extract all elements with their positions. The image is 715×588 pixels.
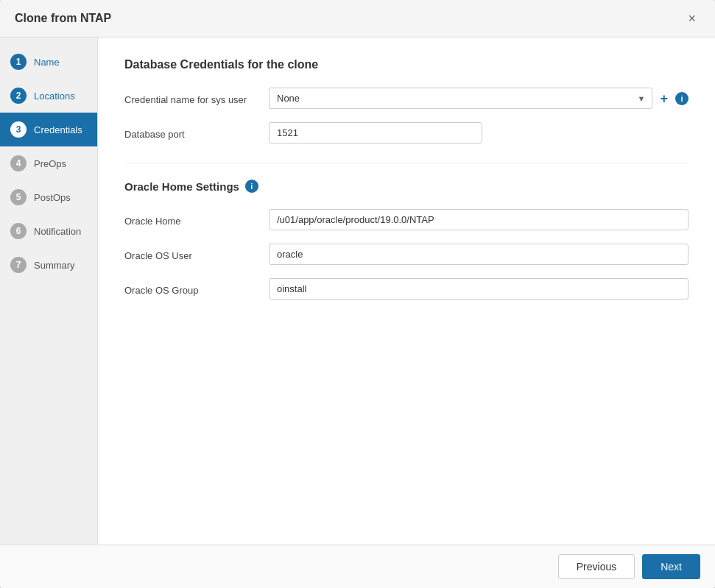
modal-body: 1 Name 2 Locations 3 Credentials 4 PreOp… <box>0 38 715 545</box>
step-badge-1: 1 <box>10 54 27 70</box>
next-button[interactable]: Next <box>642 554 700 579</box>
oracle-os-group-input[interactable] <box>269 278 688 300</box>
credential-name-control: None ▼ + i <box>269 88 688 109</box>
oracle-os-user-input[interactable] <box>269 244 688 265</box>
oracle-home-settings-header: Oracle Home Settings i <box>124 180 688 193</box>
sidebar-item-label-preops: PreOps <box>34 158 66 169</box>
sidebar-item-preops[interactable]: 4 PreOps <box>0 146 97 180</box>
credential-name-label: Credential name for sys user <box>124 88 257 107</box>
credential-name-select[interactable]: None <box>269 88 652 109</box>
step-badge-5: 5 <box>10 189 27 205</box>
sidebar-item-label-postops: PostOps <box>34 192 71 203</box>
step-badge-2: 2 <box>10 88 27 104</box>
sidebar-item-postops[interactable]: 5 PostOps <box>0 180 97 214</box>
step-badge-4: 4 <box>10 155 27 171</box>
main-content: Database Credentials for the clone Crede… <box>98 38 715 545</box>
oracle-os-user-label: Oracle OS User <box>124 244 257 263</box>
db-credentials-title: Database Credentials for the clone <box>124 58 688 71</box>
info-icon[interactable]: i <box>675 92 688 105</box>
credential-name-row: Credential name for sys user None ▼ + i <box>124 88 688 109</box>
sidebar-item-label-summary: Summary <box>34 260 75 271</box>
oracle-os-group-control <box>269 278 688 300</box>
sidebar-item-notification[interactable]: 6 Notification <box>0 214 97 248</box>
modal-title: Clone from NTAP <box>15 12 111 25</box>
modal-header: Clone from NTAP × <box>0 0 715 38</box>
database-port-label: Database port <box>124 122 257 141</box>
step-badge-3: 3 <box>10 121 27 138</box>
oracle-home-label: Oracle Home <box>124 209 257 228</box>
sidebar-item-credentials[interactable]: 3 Credentials <box>0 113 97 146</box>
step-badge-6: 6 <box>10 223 27 239</box>
sidebar-item-label-locations: Locations <box>34 91 75 102</box>
sidebar: 1 Name 2 Locations 3 Credentials 4 PreOp… <box>0 38 98 545</box>
add-credential-button[interactable]: + <box>658 92 669 105</box>
section-divider <box>124 163 688 163</box>
sidebar-item-label-notification: Notification <box>34 226 81 237</box>
oracle-home-settings-title: Oracle Home Settings <box>124 180 239 193</box>
database-port-row: Database port <box>124 122 688 144</box>
sidebar-item-locations[interactable]: 2 Locations <box>0 79 97 113</box>
sidebar-item-summary[interactable]: 7 Summary <box>0 248 97 282</box>
step-badge-7: 7 <box>10 257 27 273</box>
oracle-home-info-icon[interactable]: i <box>245 180 258 193</box>
modal: Clone from NTAP × 1 Name 2 Locations 3 <box>0 0 715 588</box>
sidebar-item-label-name: Name <box>34 57 60 68</box>
modal-footer: Previous Next <box>0 545 715 588</box>
previous-button[interactable]: Previous <box>558 554 635 579</box>
oracle-os-user-row: Oracle OS User <box>124 244 688 265</box>
oracle-home-input[interactable] <box>269 209 688 230</box>
modal-overlay: Clone from NTAP × 1 Name 2 Locations 3 <box>0 0 715 588</box>
oracle-home-row: Oracle Home <box>124 209 688 230</box>
close-button[interactable]: × <box>683 10 700 26</box>
sidebar-item-label-credentials: Credentials <box>34 124 82 135</box>
sidebar-item-name[interactable]: 1 Name <box>0 45 97 79</box>
database-port-control <box>269 122 688 144</box>
oracle-home-control <box>269 209 688 230</box>
plus-icon: + <box>660 91 668 106</box>
oracle-os-group-row: Oracle OS Group <box>124 278 688 300</box>
credential-name-select-wrap: None ▼ <box>269 88 652 109</box>
oracle-os-group-label: Oracle OS Group <box>124 278 257 297</box>
oracle-os-user-control <box>269 244 688 265</box>
database-port-input[interactable] <box>269 122 482 144</box>
